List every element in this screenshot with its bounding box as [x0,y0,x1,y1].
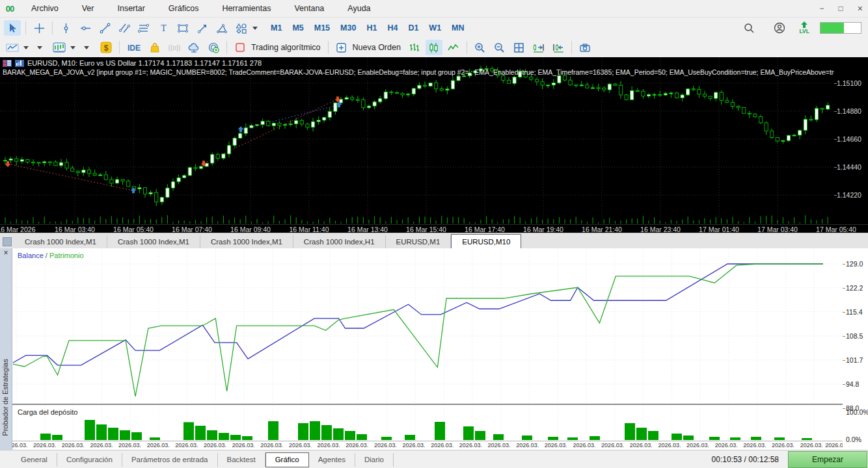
community-icon[interactable] [205,40,222,55]
one-click-trading-icon[interactable] [15,60,24,67]
tester-tab-agentes[interactable]: Agentes [309,453,355,467]
arrow-line-icon[interactable] [194,20,211,36]
ide-icon[interactable]: IDE [124,40,144,55]
chart-preview-icon[interactable] [51,40,68,55]
deposit-load-bar [96,424,107,440]
deposit-load-bar [230,435,241,440]
price-axis-label: 1.14440 [837,163,867,171]
crosshair-icon[interactable] [31,20,47,36]
deposit-load-bar [751,437,761,440]
tester-section-divider[interactable] [12,404,843,405]
cloud-icon[interactable] [185,40,202,55]
chart-tab-5[interactable]: EURUSD,M10 [451,234,521,249]
algo-square-icon[interactable] [232,40,249,55]
equidistant-channel-icon[interactable] [135,20,152,36]
chart-preview-caret-icon[interactable] [69,40,77,55]
tester-y-label: 122.2 [846,284,863,292]
deposit-load-title: Carga del depósito [18,408,77,416]
caret-icon[interactable] [78,40,95,55]
menu-insertar[interactable]: Insertar [105,4,156,13]
menu-graficos[interactable]: Gráficos [157,4,211,13]
menu-herramientas[interactable]: Herramientas [210,4,282,13]
shapes-caret-icon[interactable] [251,20,259,36]
rectangle-tool-icon[interactable] [174,20,191,36]
price-chart[interactable]: EURUSD, M10: Euro vs US Dollar 1.17174 1… [0,57,868,233]
timeframe-m5[interactable]: M5 [287,23,308,32]
market-bag-icon[interactable] [146,40,163,55]
algo-square-label[interactable]: Trading algorítmico [251,43,321,52]
menu-ayuda[interactable]: Ayuda [336,4,382,13]
user-account-icon[interactable] [771,20,788,36]
menu-ventana[interactable]: Ventana [282,4,336,13]
menu-ver[interactable]: Ver [70,4,106,13]
deposit-load-bar [463,426,474,440]
depth-of-market-icon[interactable] [3,60,12,67]
deposit-load-bar [40,434,51,440]
chart-tab-4[interactable]: EURUSD,M1 [386,235,452,249]
signals-icon[interactable]: ((o)) [166,40,183,55]
auto-scroll-icon[interactable] [550,40,567,55]
tester-y-label: 115.4 [846,308,863,316]
tester-tab-configuracion[interactable]: Configuración [57,453,122,467]
timeframe-h1[interactable]: H1 [361,23,382,32]
search-icon[interactable] [741,20,758,36]
vertical-line-icon[interactable] [57,20,74,36]
tester-tab-general[interactable]: General [12,453,57,467]
zoom-in-icon[interactable] [472,40,489,55]
deposit-load-bar [345,431,355,440]
chart-tab-2[interactable]: Crash 1000 Index,M1 [200,235,293,249]
candles-chart-icon[interactable] [426,40,442,55]
deposit-load-bar [636,428,647,440]
line-chart-icon[interactable] [445,40,462,55]
tester-tab-diario[interactable]: Diario [355,453,394,467]
chart-tab-3[interactable]: Crash 1000 Index,H1 [293,235,386,249]
chart-tab-1[interactable]: Crash 1000 Index,M1 [107,235,200,249]
timeframe-h4[interactable]: H4 [382,23,403,32]
close-icon[interactable]: × [858,3,863,14]
timeframe-w1[interactable]: W1 [424,23,446,32]
tester-tab-backtest[interactable]: Backtest [218,453,265,467]
timeframe-m1[interactable]: M1 [265,23,287,32]
balance-chart[interactable] [12,248,843,404]
horizontal-line-icon[interactable] [77,20,94,36]
zoom-out-icon[interactable] [491,40,508,55]
dollar-icon[interactable]: $ [98,40,115,55]
shapes-dropdown-icon[interactable] [233,20,250,36]
tester-tab-parametros-de-entrada[interactable]: Parámetros de entrada [122,453,218,467]
line-style-chart-icon[interactable] [4,40,21,55]
deposit-load-bar [590,436,600,440]
bars-chart-icon[interactable] [406,40,423,55]
close-tester-icon[interactable]: × [0,248,12,259]
chart-tab-0[interactable]: Crash 1000 Index,M1 [14,235,107,249]
triangle-tool-icon[interactable] [213,20,230,36]
minimize-icon[interactable]: − [820,4,824,13]
timeframe-mn[interactable]: MN [446,23,469,32]
line-style-chart-caret-icon[interactable] [22,40,30,55]
select-cursor-icon[interactable] [4,20,21,36]
deposit-load-bar [405,435,415,440]
new-order-icon[interactable] [333,40,350,55]
timeframe-m15[interactable]: M15 [309,23,335,32]
tester-tab-grafico[interactable]: Gráfico [265,452,309,467]
chart-windows-icon[interactable] [3,237,12,246]
start-button[interactable]: Empezar [788,451,867,468]
menu-archivo[interactable]: Archivo [20,4,70,13]
timeframe-d1[interactable]: D1 [403,23,424,32]
shift-end-icon[interactable] [530,40,547,55]
channel-icon[interactable] [116,20,133,36]
screenshot-icon[interactable] [576,40,593,55]
text-tool-icon[interactable]: T [155,20,172,36]
caret-icon[interactable] [31,40,48,55]
deposit-load-chart[interactable] [12,406,843,441]
price-axis-label: 1.14220 [837,191,867,199]
deposit-load-bar [85,420,95,440]
chart-tab-bar: Crash 1000 Index,M1Crash 1000 Index,M1Cr… [0,233,868,249]
timeframe-m30[interactable]: M30 [335,23,361,32]
lvl-indicator[interactable]: LVL [800,21,809,34]
restore-icon[interactable]: □ [839,4,843,13]
candlestick-canvas[interactable] [0,57,834,224]
new-order-label[interactable]: Nueva Orden [353,43,401,52]
tile-windows-icon[interactable] [511,40,528,55]
trendline-icon[interactable] [96,20,113,36]
deposit-load-bar [435,422,445,440]
